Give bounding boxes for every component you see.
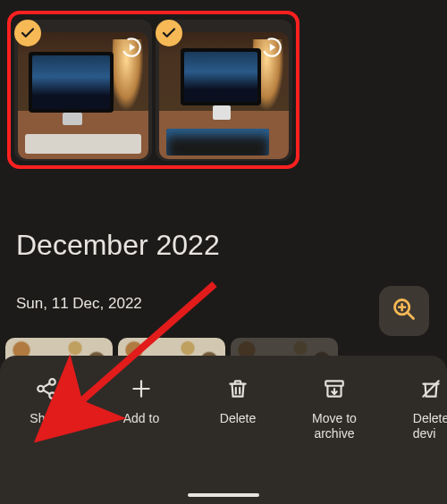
motion-photo-icon (260, 36, 283, 59)
trash-icon (226, 377, 249, 400)
selected-check-icon[interactable] (156, 20, 182, 46)
selected-check-icon[interactable] (14, 20, 41, 46)
photo-thumbnail[interactable] (156, 20, 293, 161)
svg-line-9 (43, 383, 49, 387)
svg-point-7 (38, 386, 44, 392)
svg-point-8 (49, 392, 55, 399)
magnify-plus-icon (392, 297, 417, 325)
archive-label: Move toarchive (312, 411, 357, 441)
svg-point-6 (49, 379, 55, 385)
delete-device-label: Deletedevi (413, 411, 447, 441)
archive-button[interactable]: Move toarchive (286, 377, 383, 441)
add-to-label: Add to (123, 411, 159, 425)
svg-line-10 (43, 391, 49, 394)
month-heading: December 2022 (16, 229, 220, 262)
share-button[interactable]: Share (0, 377, 93, 425)
delete-device-icon (419, 377, 443, 400)
share-icon (35, 377, 58, 400)
svg-rect-15 (325, 381, 343, 385)
photo-thumbnail[interactable] (14, 20, 152, 161)
archive-icon (323, 377, 346, 400)
svg-line-3 (408, 313, 414, 319)
delete-device-button[interactable]: Deletedevi (383, 377, 447, 441)
plus-icon (130, 377, 153, 400)
zoom-button[interactable] (379, 286, 429, 336)
add-to-button[interactable]: Add to (93, 377, 190, 425)
share-label: Share (30, 411, 63, 425)
delete-button[interactable]: Delete (190, 377, 286, 425)
home-indicator[interactable] (188, 493, 259, 497)
motion-photo-icon (120, 36, 143, 59)
delete-label: Delete (220, 411, 256, 425)
action-bar: Share Add to Delete (0, 356, 447, 504)
day-heading: Sun, 11 Dec, 2022 (16, 295, 142, 313)
selection-highlight (7, 11, 299, 169)
